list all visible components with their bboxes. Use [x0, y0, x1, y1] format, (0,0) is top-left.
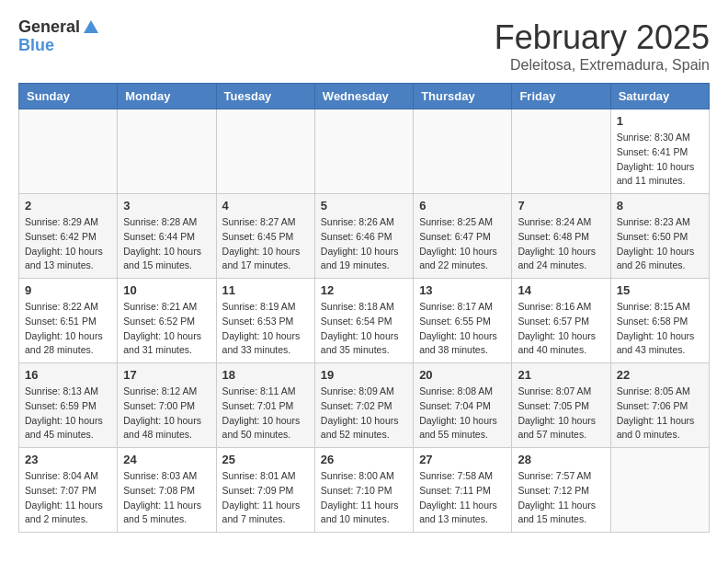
day-number: 16 — [25, 368, 111, 382]
calendar-day-cell: 22Sunrise: 8:05 AM Sunset: 7:06 PM Dayli… — [610, 363, 709, 448]
day-number: 14 — [518, 283, 604, 297]
calendar-day-cell: 8Sunrise: 8:23 AM Sunset: 6:50 PM Daylig… — [610, 194, 709, 279]
calendar-day-cell: 1Sunrise: 8:30 AM Sunset: 6:41 PM Daylig… — [610, 109, 709, 194]
day-info: Sunrise: 8:21 AM Sunset: 6:52 PM Dayligh… — [123, 300, 210, 358]
calendar-day-cell — [414, 109, 512, 194]
day-number: 21 — [518, 368, 604, 382]
calendar-day-cell: 18Sunrise: 8:11 AM Sunset: 7:01 PM Dayli… — [216, 363, 314, 448]
day-number: 17 — [123, 368, 210, 382]
calendar-day-cell — [512, 109, 610, 194]
day-info: Sunrise: 8:24 AM Sunset: 6:48 PM Dayligh… — [518, 215, 604, 273]
day-info: Sunrise: 8:07 AM Sunset: 7:05 PM Dayligh… — [518, 385, 604, 442]
day-number: 7 — [518, 199, 604, 213]
calendar-header-row: SundayMondayTuesdayWednesdayThursdayFrid… — [19, 84, 710, 109]
day-info: Sunrise: 8:13 AM Sunset: 6:59 PM Dayligh… — [25, 385, 111, 442]
day-number: 9 — [25, 283, 111, 297]
calendar-day-cell: 6Sunrise: 8:25 AM Sunset: 6:47 PM Daylig… — [414, 194, 512, 279]
weekday-header-monday: Monday — [118, 84, 216, 109]
calendar-day-cell: 4Sunrise: 8:27 AM Sunset: 6:45 PM Daylig… — [216, 194, 314, 279]
title-block: February 2025 Deleitosa, Extremadura, Sp… — [495, 18, 710, 74]
calendar-day-cell: 19Sunrise: 8:09 AM Sunset: 7:02 PM Dayli… — [314, 363, 413, 448]
calendar-week-row: 2Sunrise: 8:29 AM Sunset: 6:42 PM Daylig… — [19, 194, 710, 279]
calendar-week-row: 23Sunrise: 8:04 AM Sunset: 7:07 PM Dayli… — [19, 448, 710, 533]
calendar-week-row: 16Sunrise: 8:13 AM Sunset: 6:59 PM Dayli… — [19, 363, 710, 448]
day-number: 5 — [321, 199, 407, 213]
day-number: 1 — [617, 114, 703, 128]
day-number: 19 — [321, 368, 407, 382]
calendar-day-cell: 27Sunrise: 7:58 AM Sunset: 7:11 PM Dayli… — [414, 448, 512, 533]
day-number: 18 — [222, 368, 309, 382]
day-info: Sunrise: 8:00 AM Sunset: 7:10 PM Dayligh… — [321, 469, 407, 527]
calendar-day-cell: 12Sunrise: 8:18 AM Sunset: 6:54 PM Dayli… — [314, 279, 413, 363]
calendar-day-cell: 28Sunrise: 7:57 AM Sunset: 7:12 PM Dayli… — [512, 448, 610, 533]
calendar-day-cell — [19, 109, 118, 194]
day-info: Sunrise: 8:27 AM Sunset: 6:45 PM Dayligh… — [222, 215, 309, 273]
day-number: 6 — [419, 199, 506, 213]
weekday-header-friday: Friday — [512, 84, 610, 109]
day-number: 12 — [321, 283, 407, 297]
day-number: 22 — [617, 368, 703, 382]
day-info: Sunrise: 7:57 AM Sunset: 7:12 PM Dayligh… — [518, 469, 604, 527]
calendar-day-cell: 24Sunrise: 8:03 AM Sunset: 7:08 PM Dayli… — [118, 448, 216, 533]
day-number: 26 — [321, 453, 407, 466]
day-info: Sunrise: 8:01 AM Sunset: 7:09 PM Dayligh… — [222, 469, 309, 527]
day-number: 11 — [222, 283, 309, 297]
calendar-day-cell — [216, 109, 314, 194]
calendar-day-cell: 20Sunrise: 8:08 AM Sunset: 7:04 PM Dayli… — [414, 363, 512, 448]
weekday-header-sunday: Sunday — [19, 84, 118, 109]
day-info: Sunrise: 8:22 AM Sunset: 6:51 PM Dayligh… — [25, 300, 111, 358]
month-title: February 2025 — [495, 18, 710, 57]
day-number: 4 — [222, 199, 309, 213]
day-number: 3 — [123, 199, 210, 213]
calendar-week-row: 9Sunrise: 8:22 AM Sunset: 6:51 PM Daylig… — [19, 279, 710, 363]
weekday-header-thursday: Thursday — [414, 84, 512, 109]
day-info: Sunrise: 8:04 AM Sunset: 7:07 PM Dayligh… — [25, 469, 111, 527]
calendar-day-cell: 15Sunrise: 8:15 AM Sunset: 6:58 PM Dayli… — [610, 279, 709, 363]
weekday-header-wednesday: Wednesday — [314, 84, 413, 109]
logo-blue-text: Blue — [18, 37, 100, 55]
day-info: Sunrise: 8:19 AM Sunset: 6:53 PM Dayligh… — [222, 300, 309, 358]
page-header: General Blue February 2025 Deleitosa, Ex… — [18, 18, 710, 74]
day-info: Sunrise: 8:23 AM Sunset: 6:50 PM Dayligh… — [617, 215, 703, 273]
day-info: Sunrise: 8:15 AM Sunset: 6:58 PM Dayligh… — [617, 300, 703, 358]
calendar-body: 1Sunrise: 8:30 AM Sunset: 6:41 PM Daylig… — [19, 109, 710, 533]
calendar-day-cell: 17Sunrise: 8:12 AM Sunset: 7:00 PM Dayli… — [118, 363, 216, 448]
day-number: 25 — [222, 453, 309, 466]
weekday-header-tuesday: Tuesday — [216, 84, 314, 109]
day-info: Sunrise: 8:29 AM Sunset: 6:42 PM Dayligh… — [25, 215, 111, 273]
day-number: 24 — [123, 453, 210, 466]
day-info: Sunrise: 8:11 AM Sunset: 7:01 PM Dayligh… — [222, 385, 309, 442]
calendar-day-cell: 26Sunrise: 8:00 AM Sunset: 7:10 PM Dayli… — [314, 448, 413, 533]
day-number: 2 — [25, 199, 111, 213]
logo-general-text: General — [18, 18, 80, 37]
calendar-day-cell — [610, 448, 709, 533]
day-info: Sunrise: 8:26 AM Sunset: 6:46 PM Dayligh… — [321, 215, 407, 273]
day-info: Sunrise: 8:09 AM Sunset: 7:02 PM Dayligh… — [321, 385, 407, 442]
day-number: 15 — [617, 283, 703, 297]
day-number: 13 — [419, 283, 506, 297]
calendar-day-cell: 3Sunrise: 8:28 AM Sunset: 6:44 PM Daylig… — [118, 194, 216, 279]
logo: General Blue — [18, 18, 100, 55]
day-info: Sunrise: 8:17 AM Sunset: 6:55 PM Dayligh… — [419, 300, 506, 358]
calendar-day-cell: 16Sunrise: 8:13 AM Sunset: 6:59 PM Dayli… — [19, 363, 118, 448]
svg-marker-0 — [84, 20, 98, 33]
calendar-day-cell — [314, 109, 413, 194]
day-info: Sunrise: 7:58 AM Sunset: 7:11 PM Dayligh… — [419, 469, 506, 527]
day-number: 10 — [123, 283, 210, 297]
weekday-header-saturday: Saturday — [610, 84, 709, 109]
calendar-day-cell: 14Sunrise: 8:16 AM Sunset: 6:57 PM Dayli… — [512, 279, 610, 363]
day-info: Sunrise: 8:30 AM Sunset: 6:41 PM Dayligh… — [617, 131, 703, 189]
day-number: 27 — [419, 453, 506, 466]
logo-icon — [82, 18, 100, 37]
day-info: Sunrise: 8:28 AM Sunset: 6:44 PM Dayligh… — [123, 215, 210, 273]
calendar-day-cell: 21Sunrise: 8:07 AM Sunset: 7:05 PM Dayli… — [512, 363, 610, 448]
calendar-day-cell: 2Sunrise: 8:29 AM Sunset: 6:42 PM Daylig… — [19, 194, 118, 279]
day-info: Sunrise: 8:12 AM Sunset: 7:00 PM Dayligh… — [123, 385, 210, 442]
calendar-table: SundayMondayTuesdayWednesdayThursdayFrid… — [18, 83, 710, 533]
day-info: Sunrise: 8:08 AM Sunset: 7:04 PM Dayligh… — [419, 385, 506, 442]
calendar-day-cell: 9Sunrise: 8:22 AM Sunset: 6:51 PM Daylig… — [19, 279, 118, 363]
calendar-day-cell: 7Sunrise: 8:24 AM Sunset: 6:48 PM Daylig… — [512, 194, 610, 279]
day-info: Sunrise: 8:03 AM Sunset: 7:08 PM Dayligh… — [123, 469, 210, 527]
calendar-day-cell: 23Sunrise: 8:04 AM Sunset: 7:07 PM Dayli… — [19, 448, 118, 533]
calendar-week-row: 1Sunrise: 8:30 AM Sunset: 6:41 PM Daylig… — [19, 109, 710, 194]
